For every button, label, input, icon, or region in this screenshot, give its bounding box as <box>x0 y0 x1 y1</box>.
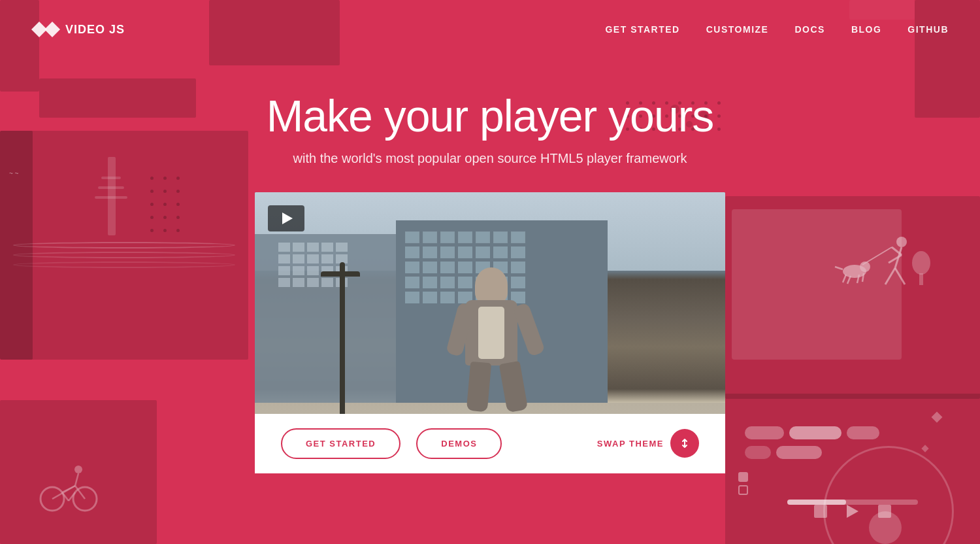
svg-marker-26 <box>44 22 60 37</box>
demos-button[interactable]: DEMOS <box>416 428 502 459</box>
svg-line-3 <box>75 473 78 486</box>
swap-theme-button[interactable]: SWAP THEME <box>597 429 699 458</box>
nav-docs[interactable]: DOCS <box>794 24 825 35</box>
logo-text: VIDEO JS <box>65 23 125 37</box>
nav-customize[interactable]: CUSTOMIZE <box>706 24 769 35</box>
nav-github[interactable]: GITHUB <box>907 24 949 35</box>
swap-theme-icon <box>670 429 699 458</box>
play-button[interactable] <box>268 205 304 231</box>
nav-get-started[interactable]: GET STARTED <box>605 24 679 35</box>
navbar: VIDEO JS GET STARTED CUSTOMIZE DOCS BLOG… <box>0 0 980 59</box>
play-icon <box>282 212 293 224</box>
hero-section: Make your player yours with the world's … <box>0 59 980 473</box>
nav-blog[interactable]: BLOG <box>851 24 881 35</box>
logo-icon <box>31 20 60 39</box>
get-started-button[interactable]: GET STARTED <box>281 428 400 459</box>
logo[interactable]: VIDEO JS <box>31 20 125 39</box>
hero-subtitle: with the world's most popular open sourc… <box>293 151 687 166</box>
nav-links: GET STARTED CUSTOMIZE DOCS BLOG GITHUB <box>605 24 949 35</box>
hero-title: Make your player yours <box>267 92 714 141</box>
bottom-bar: GET STARTED DEMOS SWAP THEME <box>255 414 725 473</box>
